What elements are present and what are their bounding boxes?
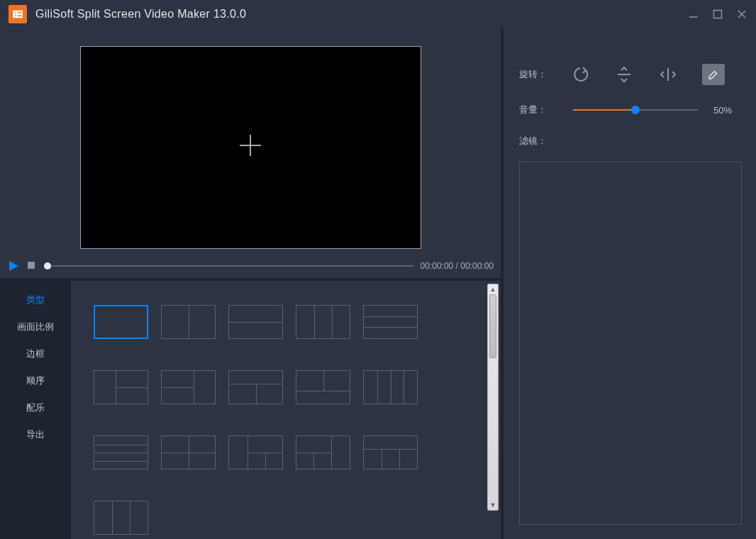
preview-area	[0, 28, 501, 254]
window-controls	[688, 9, 747, 20]
svg-rect-3	[18, 12, 21, 13]
template-item[interactable]	[94, 501, 148, 535]
template-item[interactable]	[228, 370, 283, 404]
nav-border[interactable]: 边框	[0, 340, 71, 367]
right-panel: 旋转： 音量： 50% 滤镜：	[501, 28, 756, 539]
minimize-button[interactable]	[688, 9, 699, 20]
rotate-label: 旋转：	[519, 68, 550, 81]
template-item[interactable]	[228, 435, 283, 469]
svg-rect-6	[714, 11, 722, 18]
rotate-row: 旋转：	[519, 64, 742, 85]
volume-handle[interactable]	[631, 106, 640, 114]
template-item[interactable]	[94, 435, 148, 469]
svg-point-2	[15, 15, 16, 16]
nav-aspect-ratio[interactable]: 画面比例	[0, 313, 71, 340]
nav-order[interactable]: 顺序	[0, 367, 71, 394]
svg-rect-0	[13, 11, 23, 18]
title-bar: GiliSoft Split Screen Video Maker 13.0.0	[0, 0, 756, 28]
volume-value: 50%	[713, 105, 742, 116]
svg-point-1	[15, 12, 16, 13]
volume-label: 音量：	[519, 104, 550, 116]
nav-music[interactable]: 配乐	[0, 394, 71, 421]
template-item[interactable]	[94, 305, 148, 339]
template-item[interactable]	[363, 305, 418, 339]
template-item[interactable]	[363, 370, 418, 404]
play-button[interactable]	[7, 260, 20, 272]
volume-slider[interactable]	[573, 109, 698, 111]
seek-slider[interactable]	[44, 265, 413, 267]
filter-list[interactable]	[519, 162, 742, 525]
filter-label: 滤镜：	[519, 135, 550, 148]
app-title: GiliSoft Split Screen Video Maker 13.0.0	[35, 8, 688, 21]
add-media-icon	[235, 130, 265, 165]
template-grid: ▲ ▼	[71, 281, 501, 539]
scroll-up-icon[interactable]: ▲	[488, 284, 498, 294]
nav-export[interactable]: 导出	[0, 421, 71, 448]
template-item[interactable]	[161, 435, 216, 469]
nav-type[interactable]: 类型	[0, 287, 71, 313]
svg-rect-4	[18, 16, 21, 17]
stop-button[interactable]	[27, 261, 37, 271]
volume-row: 音量： 50%	[519, 104, 742, 116]
scroll-thumb[interactable]	[489, 294, 496, 358]
template-item[interactable]	[94, 370, 148, 404]
template-item[interactable]	[161, 305, 216, 339]
flip-vertical-button[interactable]	[614, 65, 634, 84]
template-item[interactable]	[296, 305, 350, 339]
time-display: 00:00:00 / 00:00:00	[421, 261, 494, 271]
maximize-button[interactable]	[712, 9, 723, 20]
template-item[interactable]	[228, 305, 283, 339]
seek-handle[interactable]	[44, 262, 51, 270]
template-item[interactable]	[296, 370, 350, 404]
template-item[interactable]	[161, 370, 216, 404]
close-button[interactable]	[736, 9, 747, 20]
preview-canvas[interactable]	[80, 46, 421, 249]
template-item[interactable]	[296, 435, 350, 469]
svg-rect-12	[28, 262, 35, 269]
filter-row: 滤镜：	[519, 135, 742, 148]
app-logo-icon	[9, 5, 27, 23]
template-item[interactable]	[363, 435, 418, 469]
flip-horizontal-button[interactable]	[658, 65, 678, 84]
side-nav: 类型 画面比例 边框 顺序 配乐 导出	[0, 281, 71, 539]
rotate-cw-button[interactable]	[570, 65, 590, 84]
svg-marker-11	[9, 261, 18, 271]
template-scrollbar[interactable]: ▲ ▼	[487, 284, 499, 511]
scroll-down-icon[interactable]: ▼	[488, 500, 498, 510]
crop-edit-button[interactable]	[702, 64, 725, 85]
player-bar: 00:00:00 / 00:00:00	[0, 254, 501, 278]
